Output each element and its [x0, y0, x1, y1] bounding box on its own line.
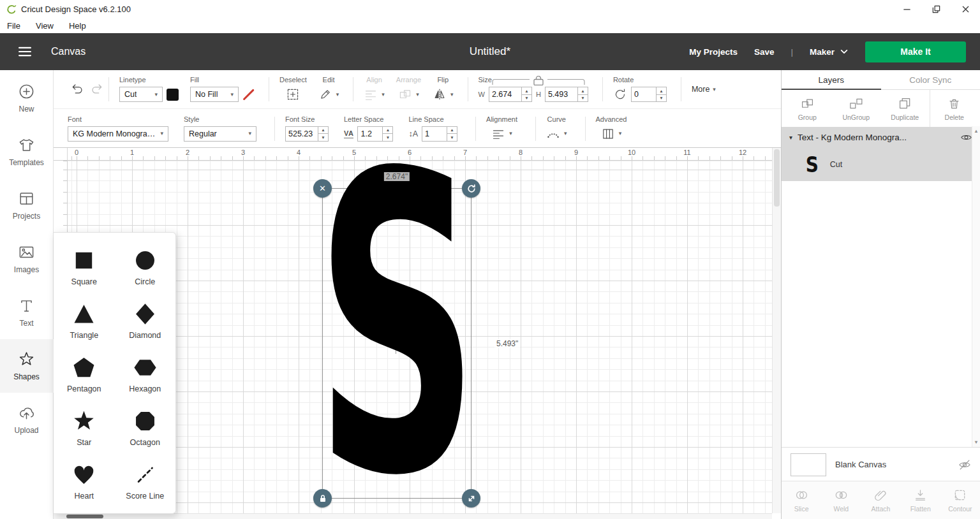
letter-space-up-arrow[interactable]: ▲: [383, 127, 392, 134]
no-fill-swatch[interactable]: [242, 89, 255, 101]
linetype-dropdown[interactable]: Cut▾: [119, 87, 163, 102]
flatten-button[interactable]: Flatten: [901, 481, 940, 519]
line-space-up-arrow[interactable]: ▲: [447, 127, 457, 134]
sidebar-item-images[interactable]: Images: [0, 232, 54, 286]
shape-item-pentagon[interactable]: Pentagon: [54, 347, 115, 401]
linetype-color-swatch[interactable]: [167, 89, 179, 101]
rotate-handle[interactable]: [462, 179, 480, 198]
rotate-down-arrow[interactable]: ▼: [657, 94, 666, 102]
delete-handle[interactable]: ✕: [313, 179, 332, 198]
layers-scrollbar[interactable]: ▲ ▼: [972, 126, 980, 447]
menu-help[interactable]: Help: [69, 21, 86, 31]
contour-button[interactable]: Contour: [940, 481, 980, 519]
edit-button[interactable]: ▾: [318, 86, 339, 103]
weld-button[interactable]: Weld: [821, 481, 861, 519]
blank-canvas-row[interactable]: Blank Canvas: [782, 447, 980, 481]
font-dropdown[interactable]: KG Modern Monogram Pl...▾: [68, 126, 168, 142]
shape-item-diamond[interactable]: Diamond: [115, 294, 176, 347]
shape-item-score-line[interactable]: Score Line: [115, 455, 176, 508]
selection-bounding-box[interactable]: S 2.674" 5.493" ✕: [322, 188, 471, 499]
toolbar-row-2: Font KG Modern Monogram Pl...▾ Style Reg…: [54, 109, 781, 148]
layer-sublayer[interactable]: S Cut: [782, 148, 980, 181]
restore-button[interactable]: [921, 0, 951, 18]
layer-item-selected[interactable]: ▾ Text - Kg Modern Monogra... S Cut: [782, 127, 980, 181]
line-space-input[interactable]: [422, 127, 447, 141]
shape-item-heart[interactable]: Heart: [54, 455, 115, 508]
group-button[interactable]: Group: [783, 90, 832, 127]
height-up-arrow[interactable]: ▲: [578, 87, 588, 94]
height-input[interactable]: [546, 87, 577, 101]
fill-dropdown[interactable]: No Fill▾: [190, 87, 239, 102]
more-button[interactable]: More ▾: [692, 85, 716, 94]
save-link[interactable]: Save: [754, 47, 775, 57]
resize-handle[interactable]: [462, 489, 480, 508]
layer-visibility-eye-icon[interactable]: [960, 131, 972, 143]
text-icon: [18, 297, 35, 314]
tab-layers[interactable]: Layers: [782, 70, 881, 89]
canvas-vertical-scrollbar[interactable]: [772, 148, 781, 513]
shape-item-star[interactable]: Star: [54, 401, 115, 455]
my-projects-link[interactable]: My Projects: [689, 47, 738, 57]
scroll-down-arrow[interactable]: ▼: [974, 439, 978, 445]
scroll-up-arrow[interactable]: ▲: [974, 128, 978, 134]
titlebar-left: Cricut Design Space v6.2.100: [0, 4, 131, 15]
layer-expand-caret-icon[interactable]: ▾: [789, 134, 792, 141]
duplicate-button[interactable]: Duplicate: [880, 90, 930, 127]
menu-file[interactable]: File: [7, 21, 20, 31]
text-object[interactable]: S: [323, 189, 471, 498]
minimize-button[interactable]: [892, 0, 921, 18]
square-icon: [72, 249, 96, 272]
delete-button[interactable]: Delete: [930, 90, 979, 127]
sidebar-item-upload[interactable]: Upload: [0, 393, 54, 446]
tab-color-sync[interactable]: Color Sync: [881, 70, 980, 89]
canvas-horizontal-scrollbar[interactable]: [54, 513, 772, 519]
font-size-down-arrow[interactable]: ▼: [318, 133, 328, 141]
sidebar-item-projects[interactable]: Projects: [0, 179, 54, 232]
style-dropdown[interactable]: Regular▾: [184, 126, 256, 142]
letter-space-down-arrow[interactable]: ▼: [383, 133, 392, 141]
deselect-button[interactable]: [286, 86, 300, 103]
alignment-button[interactable]: ▾: [491, 126, 512, 142]
height-down-arrow[interactable]: ▼: [578, 94, 588, 102]
make-it-button[interactable]: Make It: [865, 41, 966, 62]
font-size-up-arrow[interactable]: ▲: [318, 127, 328, 134]
deselect-group: Deselect: [279, 76, 307, 103]
blank-canvas-swatch[interactable]: [791, 453, 826, 476]
advanced-button[interactable]: ▾: [601, 126, 622, 142]
font-size-input[interactable]: [286, 127, 318, 141]
sidebar-item-templates[interactable]: Templates: [0, 125, 54, 179]
width-down-arrow[interactable]: ▼: [522, 94, 531, 102]
curve-button[interactable]: ▾: [546, 126, 567, 142]
flip-button[interactable]: ▾: [433, 86, 454, 103]
hamburger-menu-icon[interactable]: [17, 43, 33, 60]
rotate-icon[interactable]: [613, 87, 627, 101]
width-input[interactable]: [489, 87, 521, 101]
canvas-label[interactable]: Canvas: [51, 46, 85, 57]
attach-button[interactable]: Attach: [861, 481, 900, 519]
size-group: Size W ▲▼ H ▲▼: [479, 76, 588, 103]
shape-item-circle[interactable]: Circle: [115, 240, 176, 294]
machine-selector[interactable]: Maker: [810, 47, 849, 57]
letter-space-input[interactable]: [358, 127, 382, 141]
rotate-input[interactable]: [632, 87, 656, 101]
sidebar-item-shapes[interactable]: Shapes: [0, 339, 54, 393]
redo-button[interactable]: [87, 80, 106, 99]
rotate-up-arrow[interactable]: ▲: [657, 87, 666, 94]
width-up-arrow[interactable]: ▲: [522, 87, 531, 94]
shape-item-octagon[interactable]: Octagon: [115, 401, 176, 455]
line-space-down-arrow[interactable]: ▼: [447, 133, 457, 141]
close-button[interactable]: [951, 0, 980, 18]
aspect-lock-icon[interactable]: [491, 76, 586, 85]
lock-handle[interactable]: [313, 489, 332, 508]
sidebar-item-new[interactable]: New: [0, 71, 54, 125]
slice-button[interactable]: Slice: [782, 481, 821, 519]
shape-item-triangle[interactable]: Triangle: [54, 294, 115, 347]
sidebar-item-text[interactable]: Text: [0, 286, 54, 339]
shape-item-square[interactable]: Square: [54, 240, 115, 294]
layer-header[interactable]: ▾ Text - Kg Modern Monogra...: [782, 127, 980, 148]
ungroup-button[interactable]: UnGroup: [832, 90, 881, 127]
undo-button[interactable]: [68, 80, 87, 99]
menu-view[interactable]: View: [36, 21, 54, 31]
blank-canvas-eye-off-icon[interactable]: [958, 458, 971, 471]
shape-item-hexagon[interactable]: Hexagon: [115, 347, 176, 401]
